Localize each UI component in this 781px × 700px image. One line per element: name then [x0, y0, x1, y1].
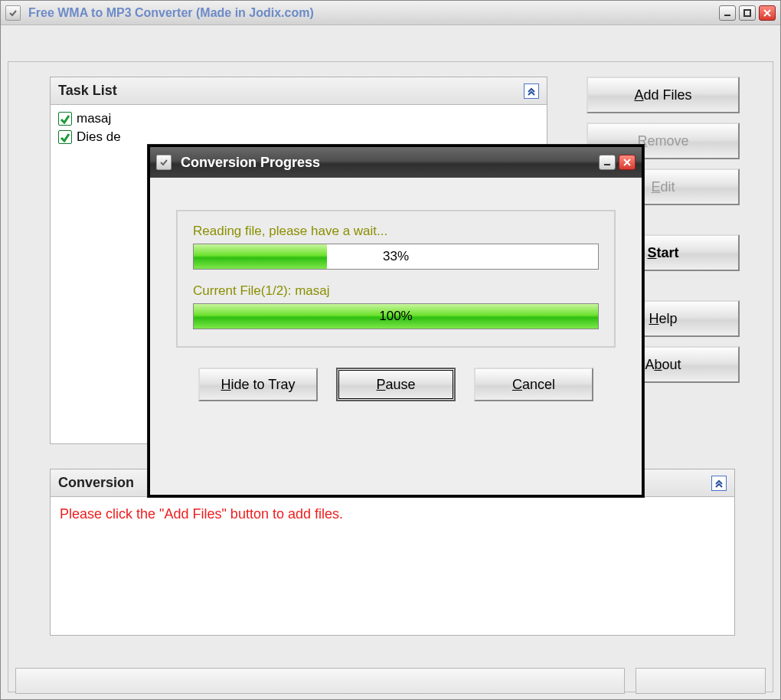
pause-button[interactable]: Pause [336, 368, 456, 401]
maximize-button[interactable] [739, 5, 756, 21]
task-list-title: Task List [58, 83, 117, 99]
dialog-icon [156, 155, 172, 170]
dialog-minimize-button[interactable] [599, 155, 616, 170]
dialog-title: Conversion Progress [181, 155, 320, 171]
dialog-titlebar[interactable]: Conversion Progress [150, 147, 642, 178]
main-title: Free WMA to MP3 Converter (Made in Jodix… [28, 6, 719, 20]
current-file-label: Current File(1/2): masaj [193, 283, 599, 299]
cancel-button[interactable]: Cancel [474, 368, 593, 401]
overall-progress-text: 33% [383, 249, 409, 264]
svg-rect-1 [744, 10, 750, 16]
task-list-header: Task List [51, 77, 547, 105]
add-files-button[interactable]: Add Files [587, 77, 740, 113]
hide-to-tray-button[interactable]: Hide to Tray [198, 368, 318, 401]
dialog-button-row: Hide to Tray Pause Cancel [150, 368, 642, 401]
collapse-icon[interactable] [711, 476, 727, 491]
task-row-label: Dies de [77, 129, 121, 145]
output-panel-body: Please click the "Add Files" button to a… [51, 497, 734, 635]
status-cell [636, 668, 766, 694]
reading-label: Reading file, please have a wait... [193, 224, 599, 239]
app-icon [5, 5, 21, 21]
overall-progress-bar: 33% [193, 244, 599, 270]
minimize-button[interactable] [719, 5, 736, 21]
file-progress-text: 100% [379, 309, 412, 324]
task-row-label: masaj [77, 111, 111, 126]
window-controls [719, 5, 776, 21]
close-button[interactable] [759, 5, 776, 21]
status-cell [15, 668, 625, 694]
task-row[interactable]: masaj [58, 111, 539, 126]
conversion-progress-dialog: Conversion Progress Reading file, please… [148, 145, 644, 497]
task-row[interactable]: Dies de [58, 129, 539, 145]
dialog-close-button[interactable] [619, 155, 636, 170]
progress-frame: Reading file, please have a wait... 33% … [176, 210, 616, 348]
file-progress-bar: 100% [193, 303, 599, 329]
checkbox-checked-icon[interactable] [58, 112, 72, 126]
main-titlebar[interactable]: Free WMA to MP3 Converter (Made in Jodix… [1, 1, 780, 25]
status-bar [15, 668, 766, 694]
checkbox-checked-icon[interactable] [58, 130, 72, 144]
dialog-window-controls [599, 155, 636, 170]
output-panel-title: Conversion [58, 475, 134, 491]
progress-fill [194, 244, 327, 269]
output-message: Please click the "Add Files" button to a… [60, 506, 343, 522]
collapse-icon[interactable] [524, 83, 539, 99]
